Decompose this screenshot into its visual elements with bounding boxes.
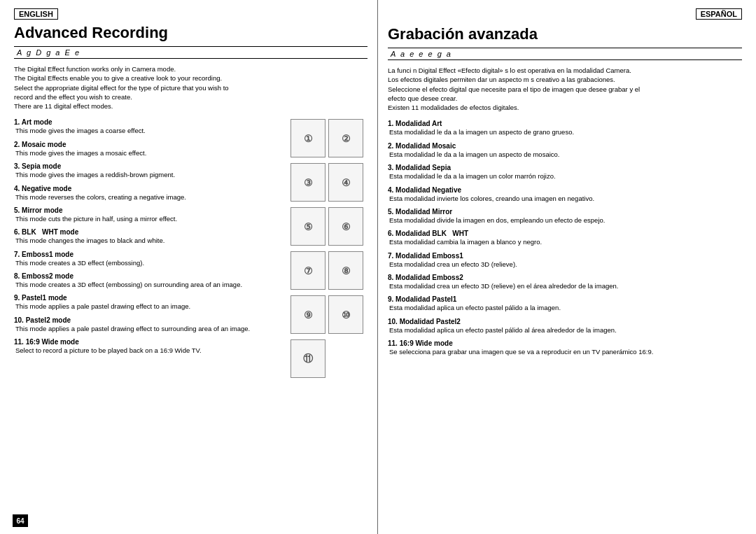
list-item: 6. BLK WHT mode This mode changes the im… [14,227,286,245]
effect-image-7: ⑦ [290,251,326,290]
list-item: 3. Modalidad Sepia Esta modalidad le da … [388,163,742,181]
subtitle-es: A a e e e g a [388,48,742,60]
page-wrapper: ENGLISH Advanced Recording A g D g a E e… [0,0,756,534]
effect-image-9: ⑨ [290,295,326,334]
image-row: ⑨ ⑩ [290,295,368,334]
image-row: ③ ④ [290,163,368,202]
list-item: 5. Modalidad Mirror Esta modalidad divid… [388,207,742,225]
list-item: 10. Pastel2 mode This mode applies a pal… [14,316,286,333]
list-item: 2. Modalidad Mosaic Esta modalidad le da… [388,141,742,159]
page-title-en: Advanced Recording [14,24,368,42]
effect-image-8: ⑧ [328,251,363,290]
list-item: 9. Pastel1 mode This mode applies a pale… [14,293,286,311]
effect-image-6: ⑥ [328,207,363,246]
effect-image-1: ① [290,119,326,157]
lang-badge-es-wrapper: ESPAÑOL [388,8,742,22]
lang-badge-en: ENGLISH [14,8,368,22]
page-number: 64 [13,514,28,527]
list-item: 5. Mirror mode This mode cuts the pictur… [14,206,286,223]
list-item: 8. Emboss2 mode This mode creates a 3D e… [14,272,286,289]
list-item: 7. Emboss1 mode This mode creates a 3D e… [14,250,286,267]
page-title-es: Grabación avanzada [388,25,742,43]
list-item: 11. 16:9 Wide mode Select to record a pi… [14,337,286,355]
list-item: 8. Modalidad Emboss2 Esta modalidad crea… [388,273,742,290]
modes-list-es: 1. Modalidad Art Esta modalidad le da a … [388,119,742,356]
modes-list-en: 1. Art mode This mode gives the images a… [14,118,286,381]
image-row: ⑤ ⑥ [290,207,368,246]
effect-image-4: ④ [328,163,363,202]
list-item: 6. Modalidad BLK WHT Esta modalidad camb… [388,229,742,246]
list-item: 7. Modalidad Emboss1 Esta modalidad crea… [388,251,742,269]
effect-image-3: ③ [290,163,326,202]
effect-image-2: ② [328,119,363,157]
effect-image-11: ⑪ [290,339,326,378]
intro-text-en: The Digital Effect function works only i… [14,64,368,111]
list-item: 1. Art mode This mode gives the images a… [14,118,286,135]
effect-image-5: ⑤ [290,207,326,246]
list-item: 4. Modalidad Negative Esta modalidad inv… [388,185,742,203]
intro-text-es: La funci n Digital Effect «Efecto digita… [388,66,742,112]
list-item: 9. Modalidad Pastel1 Esta modalidad apli… [388,295,742,312]
effect-images-en: ① ② ③ ④ ⑤ ⑥ ⑦ ⑧ ⑨ ⑩ [290,118,368,381]
right-panel: ESPAÑOL Grabación avanzada A a e e e g a… [378,0,756,534]
image-row: ⑦ ⑧ [290,251,368,290]
modes-images-section: 1. Art mode This mode gives the images a… [14,118,368,381]
image-row: ① ② [290,119,368,157]
list-item: 10. Modalidad Pastel2 Esta modalidad apl… [388,317,742,335]
effect-image-10: ⑩ [328,295,363,334]
subtitle-en: A g D g a E e [14,46,368,59]
left-panel: ENGLISH Advanced Recording A g D g a E e… [0,0,378,534]
list-item: 11. 16:9 Wide mode Se selecciona para gr… [388,339,742,356]
list-item: 1. Modalidad Art Esta modalidad le da a … [388,119,742,136]
list-item: 4. Negative mode This mode reverses the … [14,184,286,202]
list-item: 3. Sepia mode This mode gives the images… [14,162,286,179]
list-item: 2. Mosaic mode This mode gives the image… [14,140,286,157]
